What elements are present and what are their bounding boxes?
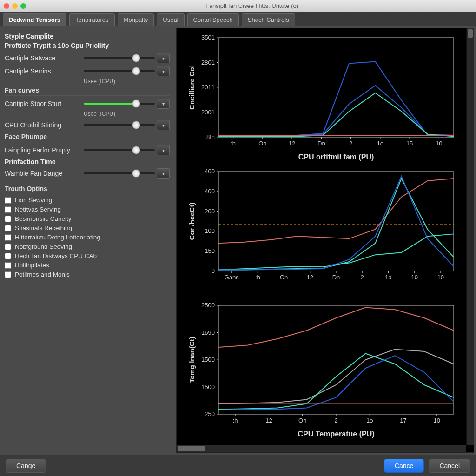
slider-dropdown[interactable] xyxy=(157,120,170,130)
slider-knob[interactable] xyxy=(132,121,140,129)
svg-text:1o: 1o xyxy=(366,417,373,424)
checkbox-row[interactable]: Hitterraiutu Detng Lettenriating xyxy=(5,234,170,241)
slider-track[interactable] xyxy=(84,57,155,59)
checkbox-row[interactable]: Lion Sewving xyxy=(5,197,170,204)
checkbox[interactable] xyxy=(5,206,11,213)
svg-text:10: 10 xyxy=(411,274,417,281)
svg-text:10: 10 xyxy=(436,140,442,147)
tab-4[interactable]: Contol Speech xyxy=(187,13,239,26)
slider-track[interactable] xyxy=(84,103,155,105)
tab-5[interactable]: Shach Cantrols xyxy=(242,13,295,26)
cance-button[interactable]: Cance xyxy=(384,459,424,473)
svg-text:12: 12 xyxy=(289,140,295,147)
scrollbar-vertical[interactable] xyxy=(466,28,474,445)
checkbox-row[interactable]: Potiimes and Monis xyxy=(5,271,170,278)
slider-knob[interactable] xyxy=(132,99,140,108)
svg-text:Cncilliare Col: Cncilliare Col xyxy=(188,65,196,110)
svg-text:0: 0 xyxy=(212,267,215,274)
svg-text:200: 200 xyxy=(205,208,215,215)
chart-panel: 8fh2001201128013501:hOn12Dn21o1510CPU or… xyxy=(176,28,474,453)
zoom-icon[interactable] xyxy=(20,3,26,9)
checkbox[interactable] xyxy=(5,216,11,222)
group-fan-curves: Fan curves xyxy=(5,86,170,96)
slider-label: Wamble Fan Dange xyxy=(5,170,84,177)
checkbox[interactable] xyxy=(5,262,11,269)
group-options: Trouth Optins xyxy=(5,185,170,194)
slider-row: Wamble Fan Dange xyxy=(5,168,170,178)
slider-track[interactable] xyxy=(84,172,155,174)
tab-1[interactable]: Tenpiratures xyxy=(69,13,115,26)
slider-row: CPU Oruthil Stirting xyxy=(5,120,170,130)
slider-track[interactable] xyxy=(84,149,155,151)
svg-text:3501: 3501 xyxy=(201,34,215,41)
checkbox-label: Nobfground Seeving xyxy=(15,243,72,250)
cancel-button[interactable]: Cancel xyxy=(429,459,470,473)
slider-knob[interactable] xyxy=(132,146,140,154)
slider-dropdown[interactable] xyxy=(157,168,170,178)
checkbox-label: Potiimes and Monis xyxy=(15,271,70,278)
svg-text:Dn: Dn xyxy=(317,140,325,147)
svg-text:Temg lnan(Ct): Temg lnan(Ct) xyxy=(188,337,196,383)
svg-text:15: 15 xyxy=(406,140,413,147)
slider-track[interactable] xyxy=(84,70,155,72)
checkbox[interactable] xyxy=(5,225,11,231)
svg-text:2001: 2001 xyxy=(201,109,215,116)
checkbox-row[interactable]: Besimonsiic Canelty xyxy=(5,215,170,222)
scrollbar-horizontal-thumb[interactable] xyxy=(178,446,205,451)
group-face: Face Phumpe xyxy=(5,133,170,142)
checkbox-row[interactable]: Nobfground Seeving xyxy=(5,243,170,250)
tab-3[interactable]: Useal xyxy=(157,13,184,26)
svg-text:On: On xyxy=(280,274,288,281)
svg-text:2500: 2500 xyxy=(201,302,215,309)
svg-text::h: :h xyxy=(231,140,236,147)
scrollbar-vertical-thumb[interactable] xyxy=(468,29,473,38)
svg-text:150: 150 xyxy=(205,247,215,254)
svg-text:1690: 1690 xyxy=(201,329,215,336)
scrollbar-horizontal[interactable] xyxy=(177,445,466,452)
slider-knob[interactable] xyxy=(132,67,140,75)
section-style: Styple Camplite xyxy=(5,33,170,40)
slider-dropdown[interactable] xyxy=(157,53,170,63)
minimize-icon[interactable] xyxy=(12,3,18,9)
checkbox-row[interactable]: Netttvas Serving xyxy=(5,206,170,213)
checkbox-row[interactable]: Holtinpllates xyxy=(5,262,170,269)
slider-knob[interactable] xyxy=(132,169,140,178)
svg-text:17: 17 xyxy=(400,417,406,424)
window-title: Fansiplt fan Uisee Flitts.·Uritute (o) xyxy=(32,2,472,9)
slider-knob[interactable] xyxy=(132,54,140,62)
slider-dropdown[interactable] xyxy=(157,145,170,155)
svg-text:12: 12 xyxy=(307,274,313,281)
svg-text:10: 10 xyxy=(437,274,444,281)
svg-text:On: On xyxy=(258,140,266,147)
left-panel: Styple Camplite Profticte Trypit a 10o C… xyxy=(0,26,174,455)
slider-dropdown[interactable] xyxy=(157,99,170,109)
checkbox-row[interactable]: Heoli Tan Distways CPU CAb xyxy=(5,252,170,259)
svg-text:10: 10 xyxy=(434,417,440,424)
svg-text:1500: 1500 xyxy=(201,383,215,390)
tab-2[interactable]: Moripalty xyxy=(118,13,154,26)
tab-0[interactable]: Dedwind Temsors xyxy=(3,13,66,26)
traffic-lights xyxy=(4,3,26,9)
checkbox-row[interactable]: Snastrials Receihing xyxy=(5,225,170,231)
checkbox[interactable] xyxy=(5,271,11,278)
svg-text:400: 400 xyxy=(205,168,215,175)
slider-track[interactable] xyxy=(84,124,155,126)
slider-hint: Usee (ICPU) xyxy=(84,78,170,85)
slider-row: Cantiple Satwace xyxy=(5,53,170,63)
svg-text:Gans: Gans xyxy=(225,274,239,281)
slider-dropdown[interactable] xyxy=(157,66,170,76)
checkbox[interactable] xyxy=(5,244,11,250)
svg-text:250: 250 xyxy=(205,410,215,417)
group-prinfaction: Prinfaction Time xyxy=(5,158,170,165)
svg-text:100: 100 xyxy=(205,227,215,234)
close-icon[interactable] xyxy=(4,3,9,9)
checkbox[interactable] xyxy=(5,253,11,259)
svg-text:2: 2 xyxy=(361,274,364,281)
svg-text:Cor /heeCt): Cor /heeCt) xyxy=(188,203,196,240)
svg-text:Dn: Dn xyxy=(332,274,340,281)
svg-text:400: 400 xyxy=(205,188,215,195)
svg-text:2801: 2801 xyxy=(201,59,215,66)
checkbox[interactable] xyxy=(5,234,11,241)
checkbox[interactable] xyxy=(5,197,11,204)
cange-button[interactable]: Cange xyxy=(6,459,46,473)
